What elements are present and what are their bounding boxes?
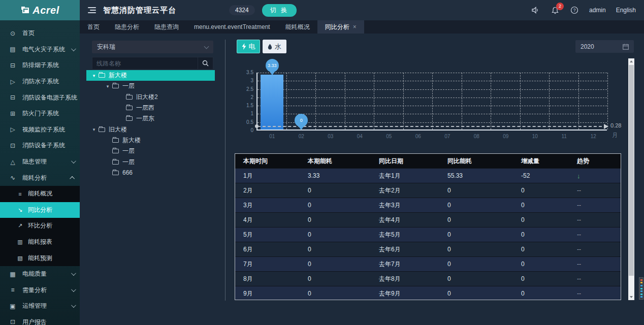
sidebar-subitem-3[interactable]: ▥能耗报表 [0, 234, 80, 250]
bell-icon[interactable]: 2 [551, 6, 560, 15]
top-bar: Acrel 智慧消防管理云平台 4324 切 换 2 ? admin Engli… [0, 0, 644, 20]
line-search-input[interactable] [92, 60, 198, 67]
tree-node-3[interactable]: 一层西 [86, 103, 215, 113]
table-row[interactable]: 8月0去年8月00-- [235, 271, 621, 286]
org-dropdown[interactable]: 安科瑞 [92, 41, 213, 53]
tab-close-icon[interactable]: × [353, 23, 357, 30]
sidebar-subitem-4[interactable]: ▧能耗预测 [0, 250, 80, 266]
tab-label: 能耗概况 [285, 23, 310, 31]
sidebar-subitem-1[interactable]: ↘同比分析 [0, 202, 80, 218]
switch-button[interactable]: 切 换 [262, 4, 297, 17]
caret-down-icon[interactable]: ▾ [91, 127, 96, 132]
table-cell: 9月 [235, 289, 300, 298]
tab-bar: 首页隐患分析隐患查询menu.event.eventTreatment能耗概况同… [80, 20, 644, 34]
table-row[interactable]: 4月0去年4月00-- [235, 212, 621, 227]
sidebar-item-8[interactable]: △隐患管理 [0, 154, 80, 170]
username-label[interactable]: admin [589, 7, 606, 14]
sidebar-subitem-0[interactable]: ≡能耗概况 [0, 186, 80, 202]
menu-collapse-icon[interactable] [88, 7, 96, 13]
scroll-down-button[interactable] [628, 294, 634, 300]
sidebar-item-6[interactable]: ▷视频监控子系统 [0, 122, 80, 138]
sidebar-item-4[interactable]: ⊟消防设备电源子系统 [0, 89, 80, 106]
sidebar-item-0[interactable]: ⊙首页 [0, 25, 80, 42]
y-axis-tick: 0 [233, 127, 253, 133]
table-cell: 0 [300, 275, 371, 282]
table-row[interactable]: 6月0去年6月00-- [235, 242, 621, 256]
tree-node-0[interactable]: ▾新大楼 [86, 70, 215, 81]
language-switch[interactable]: English [616, 7, 636, 14]
sidebar-nav: ⊙首页▤电气火灾子系统⊟防排烟子系统▷消防水子系统⊟消防设备电源子系统⊞防火门子… [0, 20, 80, 325]
tab-5[interactable]: 同比分析× [317, 20, 364, 34]
electric-label: 电 [249, 42, 255, 51]
tab-label: 隐患分析 [115, 23, 139, 31]
markline-dot [255, 124, 259, 128]
trend-flat-label: -- [569, 202, 620, 209]
table-cell: 5月 [235, 231, 300, 239]
v-gridline [286, 73, 287, 129]
sidebar-item-label: 隐患管理 [22, 157, 47, 166]
sidebar-item-label: 首页 [22, 29, 35, 38]
tree-node-label: 一层 [122, 158, 135, 167]
year-picker[interactable]: 2020 [575, 40, 634, 53]
scroll-up-button[interactable] [628, 58, 634, 64]
table-row[interactable]: 2月0去年2月00-- [235, 183, 621, 198]
sidebar-item-3[interactable]: ▷消防水子系统 [0, 74, 80, 90]
tree-node-1[interactable]: ▾一层 [86, 81, 215, 91]
table-cell: 0 [513, 202, 569, 209]
caret-down-icon[interactable]: ▾ [91, 73, 96, 78]
tree-node-label: 新大楼 [122, 136, 141, 145]
electric-toggle-button[interactable]: 电 [237, 40, 260, 53]
tree-node-8[interactable]: 一层 [86, 156, 215, 167]
water-toggle-button[interactable]: 水 [263, 40, 286, 53]
tree-node-5[interactable]: ▾旧大楼 [86, 124, 215, 135]
tab-2[interactable]: 隐患查询 [147, 20, 186, 34]
table-cell: 1月 [235, 172, 300, 180]
scrollbar-thumb[interactable] [629, 65, 634, 276]
tree-node-6[interactable]: 新大楼 [86, 135, 215, 146]
table-row[interactable]: 3月0去年3月00-- [235, 198, 621, 212]
tree-node-2[interactable]: 旧大楼2 [86, 92, 215, 103]
tab-0[interactable]: 首页 [80, 20, 107, 34]
table-cell: 0 [300, 187, 371, 194]
calendar-icon [623, 44, 629, 50]
table-row[interactable]: 5月0去年5月00-- [235, 227, 621, 242]
tab-3[interactable]: menu.event.eventTreatment [186, 20, 278, 34]
tab-4[interactable]: 能耗概况 [278, 20, 317, 34]
sidebar-item-11[interactable]: ≡需量分析 [0, 282, 80, 299]
caret-down-icon[interactable]: ▾ [105, 84, 110, 89]
sidebar-item-2[interactable]: ⊟防排烟子系统 [0, 57, 80, 74]
tree-node-9[interactable]: 666 [86, 168, 215, 178]
tree-node-7[interactable]: 一层 [86, 146, 215, 156]
tree-node-4[interactable]: 一层东 [86, 113, 215, 124]
org-dropdown-value: 安科瑞 [97, 43, 115, 51]
table-row[interactable]: 9月0去年9月00-- [235, 286, 621, 300]
v-gridline [607, 73, 608, 129]
tab-1[interactable]: 隐患分析 [107, 20, 147, 34]
trend-flat-label: -- [569, 275, 620, 282]
search-button[interactable] [198, 57, 213, 69]
speaker-icon[interactable] [531, 6, 540, 15]
table-cell: 0 [300, 231, 371, 238]
search-icon [202, 60, 209, 67]
sidebar-item-10[interactable]: ▦电能质量 [0, 266, 80, 282]
help-icon[interactable]: ? [570, 6, 579, 15]
mom-analysis-icon: ↗ [17, 222, 23, 229]
table-cell: 0 [300, 202, 371, 209]
table-cell: 6月 [235, 245, 300, 254]
table-header-cell: 本期能耗 [300, 157, 371, 166]
sidebar-item-7[interactable]: ⊡消防设备子系统 [0, 138, 80, 154]
water-drop-icon [268, 44, 272, 50]
vertical-scrollbar[interactable] [628, 58, 634, 300]
sidebar-item-label: 运维管理 [22, 302, 47, 310]
sidebar-item-12[interactable]: ▣运维管理 [0, 298, 80, 314]
yoy-bar-chart: 0.283.330010203040506070809101112月 00.51… [232, 58, 618, 142]
table-row[interactable]: 1月3.33去年1月55.33-52↓ [235, 168, 621, 183]
hazard-mgmt-icon: △ [9, 158, 16, 166]
sidebar-subitem-2[interactable]: ↗环比分析 [0, 218, 80, 234]
table-row[interactable]: 7月0去年7月00-- [235, 256, 621, 271]
sidebar-item-1[interactable]: ▤电气火灾子系统 [0, 42, 80, 58]
table-cell: 0 [439, 187, 513, 194]
sidebar-item-5[interactable]: ⊞防火门子系统 [0, 106, 80, 122]
sidebar-item-9[interactable]: ∿能耗分析 [0, 170, 80, 186]
sidebar-item-13[interactable]: ⊡用户报告 [0, 314, 80, 325]
